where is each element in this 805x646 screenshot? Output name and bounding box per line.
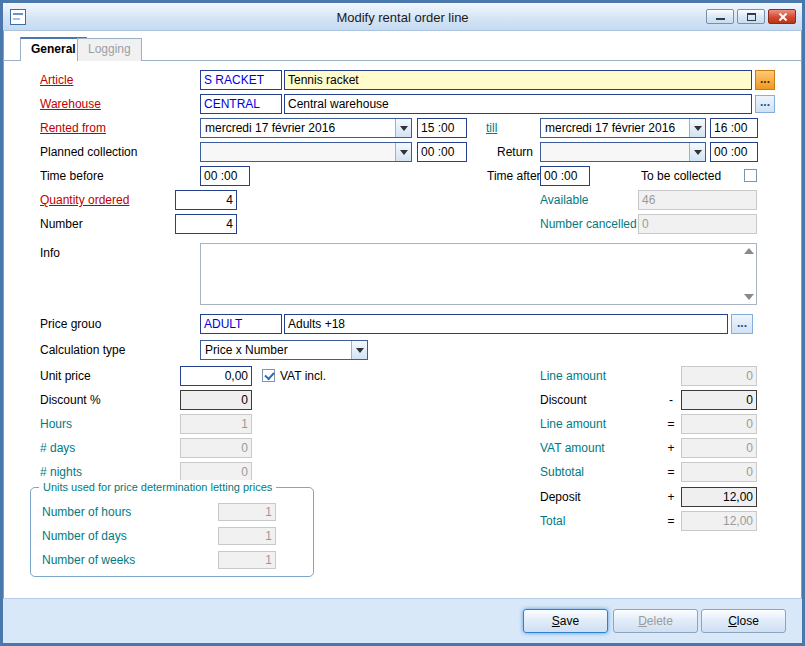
- vat-incl-checkbox[interactable]: [262, 369, 275, 382]
- nights-field: 0: [180, 462, 252, 482]
- to-be-collected-checkbox[interactable]: [744, 169, 757, 182]
- price-group-code-field[interactable]: ADULT: [200, 314, 282, 334]
- close-button[interactable]: [768, 9, 796, 24]
- price-group-label: Price grouo: [40, 314, 101, 334]
- total-operator: =: [665, 511, 677, 531]
- number-of-days-label: Number of days: [42, 526, 127, 546]
- vat-incl-label: VAT incl.: [280, 366, 326, 386]
- planned-collection-label: Planned collection: [40, 142, 137, 162]
- total-field: 12,00: [681, 511, 757, 531]
- article-desc-field[interactable]: Tennis racket: [284, 70, 752, 90]
- quantity-ordered-label: Quantity ordered: [40, 190, 129, 210]
- maximize-icon: [747, 13, 756, 21]
- price-group-browse-button[interactable]: ...: [731, 314, 753, 334]
- button-bar: Save Delete Close: [3, 598, 802, 643]
- number-of-days-field: 1: [218, 527, 276, 545]
- maximize-button[interactable]: [737, 9, 765, 24]
- article-label: Article: [40, 70, 73, 90]
- planned-collection-date-select[interactable]: [200, 142, 412, 162]
- return-date-select[interactable]: [540, 142, 706, 162]
- quantity-ordered-field[interactable]: 4: [175, 190, 237, 210]
- price-group-desc-field[interactable]: Adults +18: [284, 314, 728, 334]
- info-textarea[interactable]: [200, 243, 757, 305]
- delete-button[interactable]: Delete: [613, 609, 698, 633]
- modify-rental-order-line-dialog: Modify rental order line General Logging…: [0, 0, 805, 646]
- info-label: Info: [40, 243, 60, 263]
- time-after-field[interactable]: 00 :00: [540, 166, 590, 186]
- number-label: Number: [40, 214, 83, 234]
- scroll-down-icon[interactable]: [744, 294, 754, 300]
- rented-from-label: Rented from: [40, 118, 106, 138]
- units-groupbox-title: Units used for price determination letti…: [39, 480, 276, 494]
- time-before-field[interactable]: 00 :00: [200, 166, 250, 186]
- chevron-down-icon[interactable]: [351, 341, 367, 359]
- till-label: till: [486, 118, 497, 138]
- number-of-weeks-field: 1: [218, 551, 276, 569]
- discount-operator: -: [665, 390, 677, 410]
- number-field[interactable]: 4: [175, 214, 237, 234]
- total-label: Total: [540, 511, 565, 531]
- line-amount-field: 0: [681, 366, 757, 386]
- article-browse-button[interactable]: ...: [755, 70, 775, 90]
- vat-amount-field: 0: [681, 438, 757, 458]
- chevron-down-icon[interactable]: [395, 119, 411, 137]
- save-button[interactable]: Save: [523, 609, 608, 633]
- time-after-label: Time after: [487, 166, 541, 186]
- title-bar: Modify rental order line: [3, 3, 802, 31]
- deposit-field[interactable]: 12,00: [681, 487, 757, 507]
- unit-price-label: Unit price: [40, 366, 91, 386]
- number-of-hours-label: Number of hours: [42, 502, 131, 522]
- number-of-hours-field: 1: [218, 503, 276, 521]
- number-cancelled-label: Number cancelled: [540, 214, 637, 234]
- return-label: Return: [497, 142, 533, 162]
- number-of-weeks-label: Number of weeks: [42, 550, 135, 570]
- rented-from-date-value: mercredi 17 février 2016: [205, 121, 335, 135]
- days-label: # days: [40, 438, 75, 458]
- line-amount2-operator: =: [665, 414, 677, 434]
- chevron-down-icon[interactable]: [689, 119, 705, 137]
- days-field: 0: [180, 438, 252, 458]
- planned-collection-time-field[interactable]: 00 :00: [417, 142, 467, 162]
- warehouse-desc-field[interactable]: Central warehouse: [284, 94, 752, 114]
- available-label: Available: [540, 190, 588, 210]
- vat-amount-operator: +: [665, 438, 677, 458]
- discount-field[interactable]: 0: [681, 390, 757, 410]
- to-be-collected-label: To be collected: [641, 166, 721, 186]
- article-code-field[interactable]: S RACKET: [200, 70, 282, 90]
- hours-field: 1: [180, 414, 252, 434]
- chevron-down-icon[interactable]: [395, 143, 411, 161]
- nights-label: # nights: [40, 462, 82, 482]
- calculation-type-label: Calculation type: [40, 340, 125, 360]
- deposit-operator: +: [665, 487, 677, 507]
- return-time-field[interactable]: 00 :00: [710, 142, 758, 162]
- rented-from-time-field[interactable]: 15 :00: [417, 118, 467, 138]
- discount-pct-label: Discount %: [40, 390, 101, 410]
- available-field: 46: [638, 190, 757, 210]
- calculation-type-value: Price x Number: [205, 343, 288, 357]
- line-amount2-field: 0: [681, 414, 757, 434]
- tab-logging[interactable]: Logging: [77, 38, 142, 61]
- subtotal-field: 0: [681, 462, 757, 482]
- rented-from-date-select[interactable]: mercredi 17 février 2016: [200, 118, 412, 138]
- hours-label: Hours: [40, 414, 72, 434]
- time-before-label: Time before: [40, 166, 104, 186]
- subtotal-label: Subtotal: [540, 462, 584, 482]
- warehouse-browse-button[interactable]: ...: [755, 95, 775, 113]
- till-date-select[interactable]: mercredi 17 février 2016: [540, 118, 706, 138]
- till-time-field[interactable]: 16 :00: [710, 118, 758, 138]
- scroll-up-icon[interactable]: [744, 248, 754, 254]
- discount-pct-field[interactable]: 0: [180, 390, 252, 410]
- minimize-icon: [716, 18, 725, 20]
- subtotal-operator: =: [665, 462, 677, 482]
- minimize-button[interactable]: [706, 9, 734, 24]
- close-dialog-button[interactable]: Close: [701, 609, 786, 633]
- warehouse-code-field[interactable]: CENTRAL: [200, 94, 282, 114]
- line-amount-label: Line amount: [540, 366, 606, 386]
- calculation-type-select[interactable]: Price x Number: [200, 340, 368, 360]
- number-cancelled-field: 0: [638, 214, 757, 234]
- till-date-value: mercredi 17 février 2016: [545, 121, 675, 135]
- discount-label: Discount: [540, 390, 587, 410]
- unit-price-field[interactable]: 0,00: [180, 366, 252, 386]
- chevron-down-icon[interactable]: [689, 143, 705, 161]
- window-title: Modify rental order line: [3, 10, 802, 25]
